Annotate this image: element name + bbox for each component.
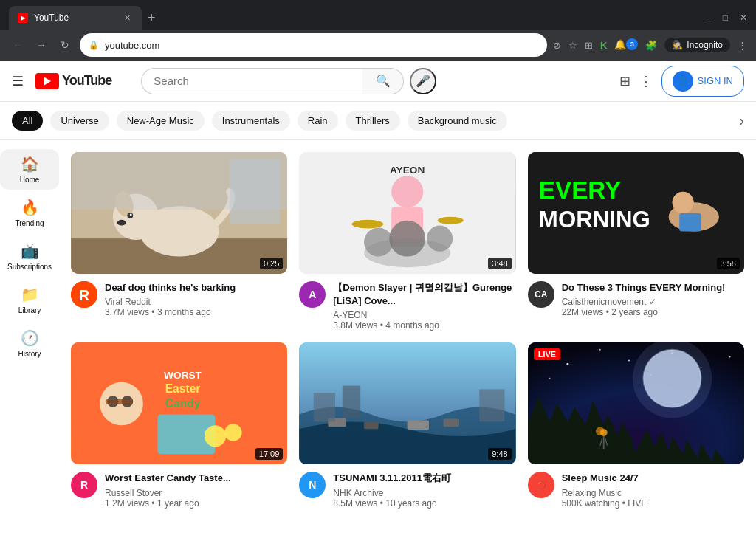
svg-text:WORST: WORST <box>164 370 202 381</box>
header-right: ⊞ ⋮ 👤 SIGN IN <box>619 66 744 97</box>
incognito-button[interactable]: 🕵 Incognito <box>664 38 730 52</box>
video-title-4: Worst Easter Candy Taste... <box>105 472 287 485</box>
browser-chrome: ▶ YouTube ✕ + ─ □ ✕ ← → ↻ 🔒 youtube.com … <box>0 0 756 61</box>
microphone-button[interactable]: 🎤 <box>410 68 436 94</box>
video-info-5: N TSUNAMI 3.11.2011電右町 NHK Archive 8.5M … <box>299 472 515 508</box>
forward-button[interactable]: → <box>32 39 50 51</box>
category-pill-universe[interactable]: Universe <box>50 111 109 131</box>
category-pill-newage[interactable]: New-Age Music <box>117 111 205 131</box>
new-tab-button[interactable]: + <box>148 10 156 26</box>
k-extension-icon[interactable]: K <box>600 40 607 51</box>
tab-title: YouTube <box>34 13 69 23</box>
video-stats-6: 500K watching • LIVE <box>562 498 744 509</box>
video-info-1: R Deaf dog thinks he's barking Viral Red… <box>71 281 287 317</box>
youtube-logo[interactable]: YouTube <box>35 73 111 89</box>
category-pill-thrillers[interactable]: Thrillers <box>346 111 400 131</box>
window-controls: ─ □ ✕ <box>704 13 747 23</box>
cast-icon[interactable]: ⊘ <box>553 40 561 51</box>
svg-point-38 <box>224 424 241 441</box>
video-info-6: 🔴 Sleep Music 24/7 Relaxing Music 500K w… <box>528 472 744 508</box>
channel-name-5: NHK Archive <box>333 488 515 498</box>
video-card-3[interactable]: EVERY MORNING 3:58 CA Do These 3 Things … <box>528 152 744 331</box>
video-card-1[interactable]: 0:25 R Deaf dog thinks he's barking Vira… <box>71 152 287 331</box>
channel-name-6: Relaxing Music <box>562 488 744 498</box>
back-button[interactable]: ← <box>9 39 27 51</box>
sign-in-button[interactable]: 👤 SIGN IN <box>662 66 744 97</box>
thumb-drum-art: AYEON <box>299 152 515 274</box>
svg-text:MORNING: MORNING <box>539 207 650 233</box>
video-meta-4: Worst Easter Candy Taste... Russell Stov… <box>105 472 287 508</box>
svg-point-16 <box>364 228 393 257</box>
apps-grid-icon[interactable]: ⊞ <box>619 73 630 89</box>
channel-name-2: A-YEON <box>333 310 515 320</box>
video-title-2: 【Demon Slayer | 귀멸의칼날】Gurenge [LiSA] Cov… <box>333 281 515 308</box>
channel-avatar-4: R <box>71 472 97 498</box>
duration-1: 0:25 <box>260 258 283 269</box>
thumbnail-2: AYEON 3:48 <box>299 152 515 274</box>
search-button[interactable]: 🔍 <box>362 68 404 94</box>
svg-point-7 <box>117 220 126 226</box>
channel-avatar-1: R <box>71 281 97 308</box>
thumb-sleep-art <box>528 342 744 464</box>
minimize-button[interactable]: ─ <box>704 13 711 23</box>
video-card-4[interactable]: WORST Easter Candy 17:09 R <box>71 342 287 508</box>
sidebar-item-trending[interactable]: 🔥 Trending <box>0 193 59 233</box>
category-pill-bgmusic[interactable]: Background music <box>408 111 507 131</box>
svg-text:Candy: Candy <box>165 397 201 410</box>
hamburger-menu-button[interactable]: ☰ <box>12 73 24 89</box>
channel-avatar-2: A <box>299 281 326 308</box>
extensions-grid-icon[interactable]: ⊞ <box>585 40 593 51</box>
video-card-2[interactable]: AYEON 3:48 A 【Demon Slayer | 귀멸의칼날】Guren… <box>299 152 515 331</box>
sidebar-item-library[interactable]: 📁 Library <box>0 280 59 320</box>
address-bar[interactable]: 🔒 youtube.com <box>80 33 547 57</box>
sidebar-item-home[interactable]: 🏠 Home <box>0 149 59 190</box>
youtube-header: ☰ YouTube 🔍 🎤 ⊞ ⋮ 👤 SIGN IN <box>0 61 756 102</box>
maximize-button[interactable]: □ <box>723 13 728 23</box>
video-info-4: R Worst Easter Candy Taste... Russell St… <box>71 472 287 508</box>
category-pill-all[interactable]: All <box>12 111 43 131</box>
category-pill-instrumentals[interactable]: Instrumentals <box>212 111 290 131</box>
puzzle-icon[interactable]: 🧩 <box>645 40 657 51</box>
sign-in-avatar-icon: 👤 <box>673 71 693 92</box>
category-pill-rain[interactable]: Rain <box>298 111 338 131</box>
close-button[interactable]: ✕ <box>740 13 747 23</box>
browser-tab[interactable]: ▶ YouTube ✕ <box>9 6 142 30</box>
video-meta-5: TSUNAMI 3.11.2011電右町 NHK Archive 8.5M vi… <box>333 472 515 508</box>
video-meta-3: Do These 3 Things EVERY Morning! Calisth… <box>562 281 744 317</box>
sidebar-item-subscriptions[interactable]: 📺 Subscriptions <box>0 236 59 277</box>
video-stats-4: 1.2M views • 1 year ago <box>105 498 287 509</box>
sidebar: 🏠 Home 🔥 Trending 📺 Subscriptions 📁 Libr… <box>0 140 59 541</box>
library-icon: 📁 <box>21 286 39 303</box>
youtube-logo-icon <box>35 73 59 89</box>
video-card-5[interactable]: 9:48 N TSUNAMI 3.11.2011電右町 NHK Archive … <box>299 342 515 508</box>
thumbnail-5: 9:48 <box>299 342 515 464</box>
svg-point-49 <box>566 363 568 365</box>
video-stats-2: 3.8M views • 4 months ago <box>333 320 515 331</box>
svg-text:R: R <box>79 286 89 303</box>
svg-text:Easter: Easter <box>165 383 201 396</box>
refresh-button[interactable]: ↻ <box>56 39 74 51</box>
trending-icon: 🔥 <box>21 199 39 216</box>
header-more-icon[interactable]: ⋮ <box>639 73 653 89</box>
svg-point-54 <box>729 356 730 358</box>
video-card-6[interactable]: LIVE 🔴 Sleep Music 24/7 Relaxing Music 5… <box>528 342 744 508</box>
svg-rect-43 <box>444 419 459 427</box>
category-scroll-right[interactable]: › <box>739 112 744 129</box>
search-input[interactable] <box>141 68 362 94</box>
notification-extension-icon[interactable]: 🔔3 <box>614 39 638 52</box>
content-area: 0:25 R Deaf dog thinks he's barking Vira… <box>59 140 756 541</box>
sidebar-item-history[interactable]: 🕐 History <box>0 323 59 364</box>
tab-favicon: ▶ <box>18 13 28 23</box>
thumbnail-3: EVERY MORNING 3:58 <box>528 152 744 274</box>
video-stats-1: 3.7M views • 3 months ago <box>105 307 287 317</box>
svg-point-59 <box>632 342 711 418</box>
more-browser-icon[interactable]: ⋮ <box>738 40 747 51</box>
browser-toolbar: ← → ↻ 🔒 youtube.com ⊘ ☆ ⊞ K 🔔3 🧩 🕵 Incog… <box>0 30 756 61</box>
thumb-tsunami-art <box>299 342 515 464</box>
svg-point-50 <box>599 349 601 351</box>
bookmark-icon[interactable]: ☆ <box>568 40 577 51</box>
browser-actions: ⊘ ☆ ⊞ K 🔔3 🧩 🕵 Incognito ⋮ <box>553 38 747 52</box>
tab-close-button[interactable]: ✕ <box>121 12 133 24</box>
url-text: youtube.com <box>105 40 538 51</box>
live-badge-6: LIVE <box>534 348 560 360</box>
